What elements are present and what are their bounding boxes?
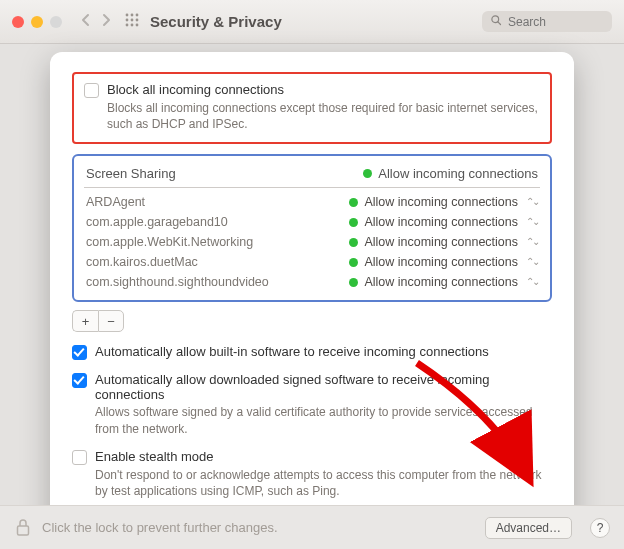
stealth-checkbox[interactable] [72,450,87,465]
show-all-icon[interactable] [124,12,140,31]
header-name: Screen Sharing [86,166,363,181]
lock-text: Click the lock to prevent further change… [42,520,278,535]
nav-back-forward [78,12,114,31]
app-name: ARDAgent [86,195,349,209]
status-dot-icon [349,258,358,267]
status-dot-icon [349,238,358,247]
block-all-desc: Blocks all incoming connections except t… [107,100,540,132]
stealth-label: Enable stealth mode [95,449,214,464]
add-remove-buttons: + − [72,310,552,332]
add-app-button[interactable]: + [72,310,98,332]
svg-point-8 [136,24,139,27]
block-all-label: Block all incoming connections [107,82,284,97]
close-window-button[interactable] [12,16,24,28]
auto-builtin-checkbox[interactable] [72,345,87,360]
svg-point-1 [131,14,134,17]
search-field[interactable] [482,11,612,32]
status-dot-icon [363,169,372,178]
app-status: Allow incoming connections [364,235,518,249]
svg-point-2 [136,14,139,17]
app-name: com.apple.WebKit.Networking [86,235,349,249]
app-list-row[interactable]: ARDAgentAllow incoming connections⌃⌄ [84,192,540,212]
header-status: Allow incoming connections [378,166,538,181]
svg-point-7 [131,24,134,27]
chevron-up-down-icon[interactable]: ⌃⌄ [526,277,538,287]
chevron-up-down-icon[interactable]: ⌃⌄ [526,197,538,207]
stealth-desc: Don't respond to or acknowledge attempts… [95,467,552,499]
lock-icon[interactable] [14,517,32,539]
block-all-checkbox[interactable] [84,83,99,98]
zoom-window-button[interactable] [50,16,62,28]
app-list-row[interactable]: com.sighthound.sighthoundvideoAllow inco… [84,272,540,292]
app-list-header: Screen Sharing Allow incoming connection… [84,162,540,185]
search-icon [490,14,502,29]
svg-point-5 [136,19,139,22]
status-dot-icon [349,278,358,287]
auto-signed-label: Automatically allow downloaded signed so… [95,372,552,402]
app-status: Allow incoming connections [364,195,518,209]
app-status: Allow incoming connections [364,215,518,229]
svg-rect-11 [18,526,29,535]
app-name: com.kairos.duetMac [86,255,349,269]
advanced-button[interactable]: Advanced… [485,517,572,539]
window-toolbar: Security & Privacy [0,0,624,44]
app-list-row[interactable]: com.apple.garageband10Allow incoming con… [84,212,540,232]
auto-builtin-label: Automatically allow built-in software to… [95,344,489,359]
app-list-row[interactable]: com.apple.WebKit.NetworkingAllow incomin… [84,232,540,252]
app-name: com.sighthound.sighthoundvideo [86,275,349,289]
bottom-bar: Click the lock to prevent further change… [0,505,624,549]
window-title: Security & Privacy [150,13,282,30]
chevron-up-down-icon[interactable]: ⌃⌄ [526,217,538,227]
auto-signed-desc: Allows software signed by a valid certif… [95,404,552,436]
app-status: Allow incoming connections [364,255,518,269]
svg-point-0 [126,14,129,17]
svg-point-6 [126,24,129,27]
app-list-row[interactable]: com.kairos.duetMacAllow incoming connect… [84,252,540,272]
status-dot-icon [349,198,358,207]
chevron-up-down-icon[interactable]: ⌃⌄ [526,257,538,267]
forward-icon[interactable] [98,12,114,31]
help-button-window[interactable]: ? [590,518,610,538]
app-status: Allow incoming connections [364,275,518,289]
status-dot-icon [349,218,358,227]
back-icon[interactable] [78,12,94,31]
auto-signed-checkbox[interactable] [72,373,87,388]
traffic-lights [12,16,62,28]
remove-app-button[interactable]: − [98,310,124,332]
app-name: com.apple.garageband10 [86,215,349,229]
svg-point-4 [131,19,134,22]
svg-line-10 [498,22,501,25]
block-all-section: Block all incoming connections Blocks al… [72,72,552,144]
chevron-up-down-icon[interactable]: ⌃⌄ [526,237,538,247]
svg-point-3 [126,19,129,22]
app-list-section: Screen Sharing Allow incoming connection… [72,154,552,302]
minimize-window-button[interactable] [31,16,43,28]
firewall-options-sheet: Block all incoming connections Blocks al… [50,52,574,549]
search-input[interactable] [508,15,598,29]
